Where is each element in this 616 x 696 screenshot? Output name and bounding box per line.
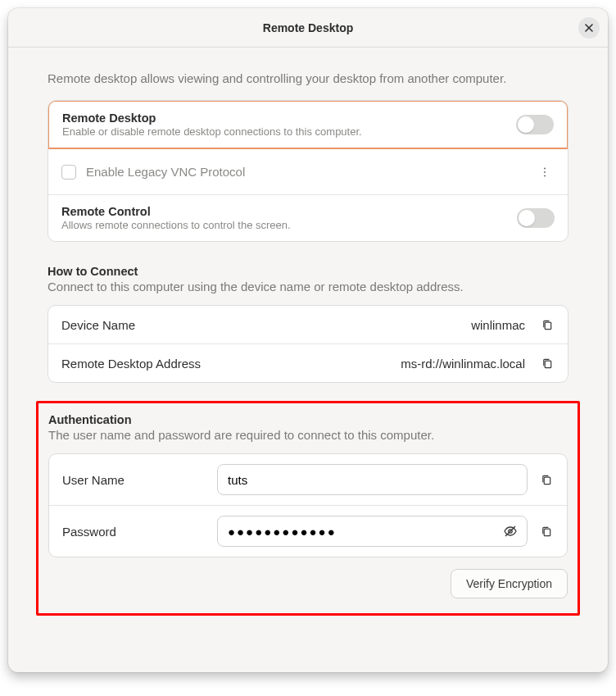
settings-window: Remote Desktop Remote desktop allows vie… [8,8,608,672]
copy-icon [541,357,554,370]
remote-control-title: Remote Control [61,205,517,218]
remote-desktop-text: Remote Desktop Enable or disable remote … [62,111,516,138]
remote-control-text: Remote Control Allows remote connections… [61,205,517,231]
password-input-wrap [217,516,528,547]
remote-desktop-toggle[interactable] [516,115,554,134]
username-label: User Name [62,473,206,487]
remote-desktop-row: Remote Desktop Enable or disable remote … [48,100,568,149]
svg-point-2 [544,175,546,176]
copy-icon [541,474,553,486]
password-input[interactable] [217,516,528,547]
svg-rect-8 [544,529,550,535]
device-name-label: Device Name [61,318,471,332]
kebab-icon [539,166,550,178]
remote-control-toggle[interactable] [517,208,555,228]
auth-group: User Name Password [48,453,568,557]
copy-icon [541,319,554,331]
remote-desktop-sub: Enable or disable remote desktop connect… [62,125,516,138]
howto-group: Device Name winlinmac Remote Desktop Add… [48,305,568,383]
copy-device-name-button[interactable] [540,317,555,332]
password-label: Password [62,525,206,539]
window-content: Remote desktop allows viewing and contro… [8,48,608,639]
remote-control-sub: Allows remote connections to control the… [61,219,517,231]
remote-desktop-title: Remote Desktop [62,111,516,125]
legacy-vnc-menu-button[interactable] [535,162,555,182]
close-button[interactable] [578,17,600,39]
window-title: Remote Desktop [263,21,353,34]
copy-username-button[interactable] [539,472,554,487]
device-name-value: winlinmac [471,318,525,332]
legacy-vnc-label: Enable Legacy VNC Protocol [86,165,535,179]
auth-heading: Authentication [48,413,568,426]
show-password-button[interactable] [501,522,519,540]
address-row: Remote Desktop Address ms-rd://winlinmac… [48,343,568,382]
svg-rect-4 [545,361,551,367]
legacy-vnc-row: Enable Legacy VNC Protocol [48,148,568,194]
titlebar: Remote Desktop [8,8,608,48]
device-name-row: Device Name winlinmac [48,306,568,343]
verify-row: Verify Encryption [48,569,568,598]
svg-rect-5 [544,477,550,484]
remote-settings-group: Remote Desktop Enable or disable remote … [48,100,568,242]
intro-text: Remote desktop allows viewing and contro… [48,71,568,87]
username-input[interactable] [217,464,528,495]
howto-heading: How to Connect [48,265,568,278]
eye-off-icon [503,524,518,539]
copy-address-button[interactable] [540,356,555,371]
remote-control-row: Remote Control Allows remote connections… [48,194,568,241]
authentication-highlight: Authentication The user name and passwor… [36,401,580,616]
legacy-vnc-checkbox[interactable] [61,165,76,180]
verify-encryption-button[interactable]: Verify Encryption [451,569,568,598]
copy-password-button[interactable] [539,524,554,539]
howto-desc: Connect to this computer using the devic… [48,280,568,293]
close-icon [584,23,594,33]
username-row: User Name [49,454,567,505]
auth-desc: The user name and password are required … [48,428,568,442]
address-value: ms-rd://winlinmac.local [401,357,525,371]
svg-rect-3 [545,322,551,329]
copy-icon [541,525,553,538]
svg-point-0 [544,167,546,169]
address-label: Remote Desktop Address [61,357,401,371]
password-row: Password [49,505,567,557]
svg-point-1 [544,171,546,173]
